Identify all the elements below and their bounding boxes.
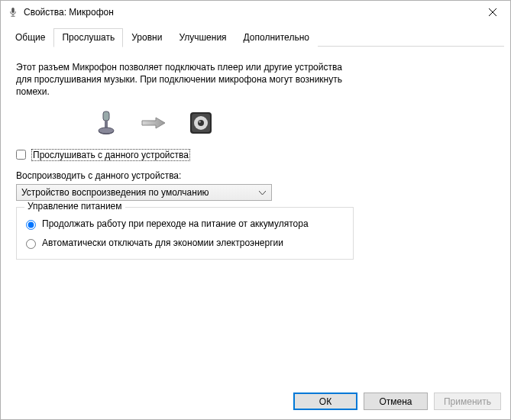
titlebar: Свойства: Микрофон xyxy=(1,1,510,24)
listen-checkbox[interactable] xyxy=(16,150,26,160)
svg-rect-0 xyxy=(11,8,15,13)
description-text: Этот разъем Микрофон позволяет подключат… xyxy=(16,61,344,99)
input-device-icon xyxy=(92,109,120,137)
listen-checkbox-label[interactable]: Прослушивать с данного устройства xyxy=(31,149,190,161)
dialog-window: Свойства: Микрофон Общие Прослушать Уров… xyxy=(0,0,511,420)
graphic-row xyxy=(16,109,291,137)
tab-levels[interactable]: Уровни xyxy=(123,28,170,47)
cancel-button[interactable]: Отмена xyxy=(364,393,428,410)
microphone-icon xyxy=(7,6,19,18)
svg-point-8 xyxy=(99,128,114,134)
tab-general[interactable]: Общие xyxy=(7,28,53,47)
tab-content: Этот разъем Микрофон позволяет подключат… xyxy=(1,47,510,385)
power-option-continue-row: Продолжать работу при переходе на питани… xyxy=(26,218,344,231)
playback-device-select[interactable]: Устройство воспроизведения по умолчанию xyxy=(16,184,272,201)
power-option-continue-radio[interactable] xyxy=(26,220,36,230)
svg-point-13 xyxy=(199,121,201,123)
close-button[interactable] xyxy=(475,1,510,24)
tab-strip: Общие Прослушать Уровни Улучшения Дополн… xyxy=(1,24,510,47)
playback-device-label: Воспроизводить с данного устройства: xyxy=(16,170,495,181)
power-management-legend: Управление питанием xyxy=(24,201,125,212)
svg-rect-5 xyxy=(103,111,109,121)
window-title: Свойства: Микрофон xyxy=(24,7,475,18)
chevron-down-icon xyxy=(256,188,268,197)
tab-enhancements[interactable]: Улучшения xyxy=(170,28,234,47)
power-management-group: Управление питанием Продолжать работу пр… xyxy=(16,207,354,260)
output-device-icon xyxy=(187,109,215,137)
arrow-right-icon xyxy=(140,109,167,137)
power-option-continue-label[interactable]: Продолжать работу при переходе на питани… xyxy=(42,218,309,231)
tab-listen[interactable]: Прослушать xyxy=(53,28,123,47)
power-option-disable-row: Автоматически отключать для экономии эле… xyxy=(26,237,344,250)
apply-button: Применить xyxy=(434,393,501,410)
ok-button[interactable]: ОК xyxy=(293,393,357,410)
tab-advanced[interactable]: Дополнительно xyxy=(235,28,318,47)
power-option-disable-radio[interactable] xyxy=(26,239,36,249)
svg-point-12 xyxy=(198,120,204,126)
dialog-footer: ОК Отмена Применить xyxy=(1,385,510,419)
power-option-disable-label[interactable]: Автоматически отключать для экономии эле… xyxy=(42,237,283,250)
playback-device-value: Устройство воспроизведения по умолчанию xyxy=(21,187,256,198)
listen-checkbox-row: Прослушивать с данного устройства xyxy=(16,149,495,161)
